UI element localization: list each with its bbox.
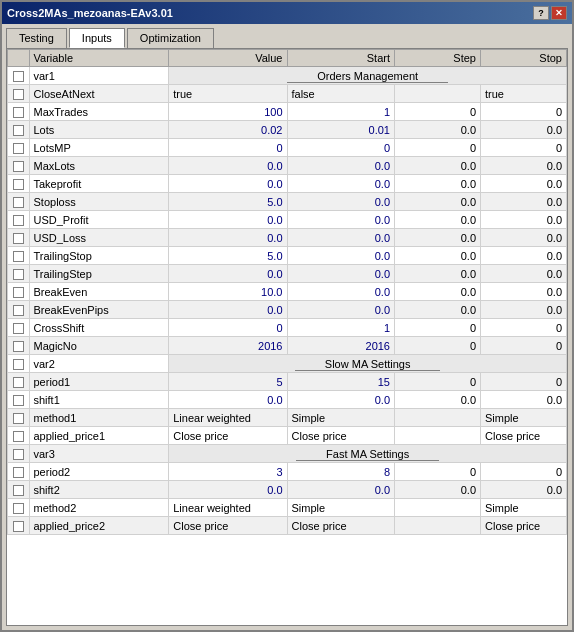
value-cell[interactable]: 0.0 xyxy=(169,391,287,409)
row-checkbox[interactable] xyxy=(13,395,24,406)
row-checkbox[interactable] xyxy=(13,377,24,388)
value-cell[interactable]: 0.0 xyxy=(169,265,287,283)
row-checkbox[interactable] xyxy=(13,449,24,460)
stop-cell[interactable]: 0.0 xyxy=(481,121,567,139)
row-checkbox[interactable] xyxy=(13,269,24,280)
step-cell[interactable]: 0.0 xyxy=(395,391,481,409)
value-cell[interactable]: Linear weighted xyxy=(169,499,287,517)
step-cell[interactable]: 0 xyxy=(395,139,481,157)
row-checkbox[interactable] xyxy=(13,503,24,514)
row-checkbox[interactable] xyxy=(13,467,24,478)
start-cell[interactable]: 0.01 xyxy=(287,121,395,139)
step-cell[interactable]: 0.0 xyxy=(395,121,481,139)
row-checkbox[interactable] xyxy=(13,71,24,82)
start-cell[interactable]: 0.0 xyxy=(287,229,395,247)
start-cell[interactable]: Close price xyxy=(287,517,395,535)
row-checkbox[interactable] xyxy=(13,341,24,352)
step-cell[interactable]: 0 xyxy=(395,319,481,337)
step-cell[interactable] xyxy=(395,409,481,427)
step-cell[interactable]: 0.0 xyxy=(395,157,481,175)
step-cell[interactable]: 0.0 xyxy=(395,247,481,265)
stop-cell[interactable]: 0.0 xyxy=(481,265,567,283)
start-cell[interactable]: 0.0 xyxy=(287,247,395,265)
value-cell[interactable]: Close price xyxy=(169,427,287,445)
value-cell[interactable]: 5.0 xyxy=(169,193,287,211)
row-checkbox[interactable] xyxy=(13,233,24,244)
start-cell[interactable]: 0.0 xyxy=(287,265,395,283)
row-checkbox[interactable] xyxy=(13,125,24,136)
row-checkbox[interactable] xyxy=(13,431,24,442)
step-cell[interactable] xyxy=(395,517,481,535)
step-cell[interactable]: 0.0 xyxy=(395,211,481,229)
start-cell[interactable]: Simple xyxy=(287,499,395,517)
value-cell[interactable]: 0 xyxy=(169,139,287,157)
value-cell[interactable]: true xyxy=(169,85,287,103)
start-cell[interactable]: 0.0 xyxy=(287,175,395,193)
row-checkbox[interactable] xyxy=(13,413,24,424)
stop-cell[interactable]: 0.0 xyxy=(481,283,567,301)
tab-inputs[interactable]: Inputs xyxy=(69,28,125,48)
start-cell[interactable]: 2016 xyxy=(287,337,395,355)
step-cell[interactable]: 0.0 xyxy=(395,283,481,301)
step-cell[interactable]: 0.0 xyxy=(395,229,481,247)
row-checkbox[interactable] xyxy=(13,215,24,226)
value-cell[interactable]: 2016 xyxy=(169,337,287,355)
stop-cell[interactable]: 0 xyxy=(481,463,567,481)
step-cell[interactable]: 0.0 xyxy=(395,301,481,319)
value-cell[interactable]: 5 xyxy=(169,373,287,391)
stop-cell[interactable]: Simple xyxy=(481,409,567,427)
value-cell[interactable]: 0.0 xyxy=(169,481,287,499)
start-cell[interactable]: 1 xyxy=(287,319,395,337)
tab-testing[interactable]: Testing xyxy=(6,28,67,48)
row-checkbox[interactable] xyxy=(13,485,24,496)
value-cell[interactable]: 0.0 xyxy=(169,229,287,247)
stop-cell[interactable]: 0.0 xyxy=(481,157,567,175)
stop-cell[interactable]: 0.0 xyxy=(481,193,567,211)
stop-cell[interactable]: 0 xyxy=(481,139,567,157)
value-cell[interactable]: Close price xyxy=(169,517,287,535)
start-cell[interactable]: 0.0 xyxy=(287,157,395,175)
stop-cell[interactable]: 0.0 xyxy=(481,247,567,265)
start-cell[interactable]: 0.0 xyxy=(287,391,395,409)
stop-cell[interactable]: 0.0 xyxy=(481,481,567,499)
start-cell[interactable]: Simple xyxy=(287,409,395,427)
row-checkbox[interactable] xyxy=(13,89,24,100)
tab-optimization[interactable]: Optimization xyxy=(127,28,214,48)
stop-cell[interactable]: 0.0 xyxy=(481,301,567,319)
step-cell[interactable]: 0.0 xyxy=(395,265,481,283)
step-cell[interactable] xyxy=(395,427,481,445)
stop-cell[interactable]: 0 xyxy=(481,319,567,337)
row-checkbox[interactable] xyxy=(13,359,24,370)
step-cell[interactable]: 0.0 xyxy=(395,481,481,499)
value-cell[interactable]: 5.0 xyxy=(169,247,287,265)
row-checkbox[interactable] xyxy=(13,251,24,262)
value-cell[interactable]: 3 xyxy=(169,463,287,481)
step-cell[interactable]: 0.0 xyxy=(395,193,481,211)
value-cell[interactable]: Linear weighted xyxy=(169,409,287,427)
start-cell[interactable]: Close price xyxy=(287,427,395,445)
start-cell[interactable]: 1 xyxy=(287,103,395,121)
start-cell[interactable]: 15 xyxy=(287,373,395,391)
start-cell[interactable]: 8 xyxy=(287,463,395,481)
stop-cell[interactable]: 0.0 xyxy=(481,391,567,409)
row-checkbox[interactable] xyxy=(13,197,24,208)
step-cell[interactable]: 0 xyxy=(395,337,481,355)
stop-cell[interactable]: 0.0 xyxy=(481,175,567,193)
start-cell[interactable]: 0.0 xyxy=(287,193,395,211)
step-cell[interactable] xyxy=(395,85,481,103)
row-checkbox[interactable] xyxy=(13,161,24,172)
value-cell[interactable]: 100 xyxy=(169,103,287,121)
stop-cell[interactable]: 0 xyxy=(481,103,567,121)
help-button[interactable]: ? xyxy=(533,6,549,20)
stop-cell[interactable]: Simple xyxy=(481,499,567,517)
stop-cell[interactable]: Close price xyxy=(481,427,567,445)
step-cell[interactable]: 0 xyxy=(395,373,481,391)
start-cell[interactable]: 0.0 xyxy=(287,283,395,301)
start-cell[interactable]: 0.0 xyxy=(287,211,395,229)
value-cell[interactable]: 0.0 xyxy=(169,175,287,193)
stop-cell[interactable]: Close price xyxy=(481,517,567,535)
stop-cell[interactable]: true xyxy=(481,85,567,103)
close-button[interactable]: ✕ xyxy=(551,6,567,20)
value-cell[interactable]: 0.02 xyxy=(169,121,287,139)
step-cell[interactable] xyxy=(395,499,481,517)
